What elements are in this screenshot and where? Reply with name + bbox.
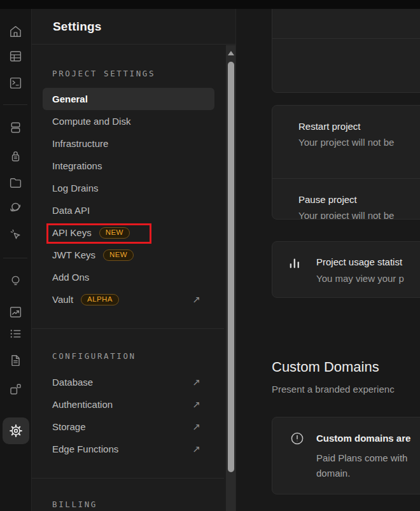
- item-badge: ALPHA: [81, 294, 119, 305]
- pause-project-row[interactable]: Pause project Your project will not be: [272, 195, 420, 220]
- sidebar-item-label: Add Ons: [52, 272, 89, 283]
- sidebar-item-label: Integrations: [52, 160, 102, 171]
- icon-rail: [0, 9, 32, 511]
- alert-circle-icon: [290, 431, 305, 449]
- scrollbar-up-arrow-icon[interactable]: [228, 51, 234, 55]
- external-link-icon: ↗: [192, 294, 200, 305]
- edge-functions-icon[interactable]: [8, 199, 24, 215]
- sidebar-item-log-drains[interactable]: Log Drains: [43, 177, 214, 199]
- custom-domains-notice-card: Custom domains are Paid Plans come with …: [272, 417, 420, 494]
- integrations-icon[interactable]: [8, 381, 24, 397]
- notice-title: Custom domains are: [316, 433, 420, 444]
- app-window: Settings PROJECT SETTINGS General Comput…: [0, 0, 420, 511]
- external-link-icon: ↗: [192, 444, 200, 455]
- custom-domains-description: Present a branded experienc: [272, 384, 395, 395]
- section-list: Database ↗ Authentication ↗ Storage ↗ Ed…: [32, 371, 226, 460]
- authentication-icon[interactable]: [8, 148, 24, 164]
- section-project-settings: PROJECT SETTINGS General Compute and Dis…: [32, 69, 226, 311]
- sidebar-item-storage[interactable]: Storage ↗: [43, 416, 214, 438]
- advisors-icon[interactable]: [8, 272, 24, 289]
- settings-sidebar: Settings PROJECT SETTINGS General Comput…: [32, 9, 236, 511]
- section-heading: BILLING: [52, 500, 226, 510]
- pause-project-desc: Your project will not be: [298, 211, 420, 220]
- sidebar-item-jwt-keys[interactable]: JWT Keys NEW: [43, 244, 214, 266]
- sidebar-item-data-api[interactable]: Data API: [43, 199, 214, 221]
- section-heading: CONFIGURATION: [52, 351, 226, 361]
- page-title: Settings: [53, 20, 102, 34]
- sidebar-item-label: Data API: [52, 205, 90, 216]
- section-heading: PROJECT SETTINGS: [52, 69, 226, 79]
- section-billing: BILLING: [32, 500, 226, 510]
- sidebar-item-integrations[interactable]: Integrations: [43, 155, 214, 177]
- sidebar-item-add-ons[interactable]: Add Ons: [43, 266, 214, 288]
- sidebar-item-authentication[interactable]: Authentication ↗: [43, 393, 214, 416]
- restart-project-desc: Your project will not be: [298, 137, 420, 148]
- sidebar-divider: [32, 328, 224, 329]
- section-configuration: CONFIGURATION Database ↗ Authentication …: [32, 351, 226, 460]
- external-link-icon: ↗: [192, 377, 200, 388]
- sidebar-item-label: Authentication: [52, 399, 113, 410]
- scrollbar-thumb[interactable]: [228, 62, 234, 472]
- external-link-icon: ↗: [192, 399, 200, 410]
- sidebar-divider: [32, 478, 224, 479]
- top-bar: [0, 0, 420, 9]
- item-badge: NEW: [103, 249, 134, 261]
- sidebar-item-label: API Keys: [52, 227, 92, 238]
- sidebar-item-vault[interactable]: Vault ALPHA ↗: [43, 288, 214, 311]
- usage-desc: You may view your p: [316, 274, 420, 284]
- restart-project-title: Restart project: [298, 122, 420, 132]
- sql-editor-icon[interactable]: [8, 74, 24, 91]
- rail-divider: [3, 104, 27, 105]
- sidebar-item-label: Storage: [52, 421, 86, 432]
- sidebar-item-api-keys[interactable]: API Keys NEW: [43, 221, 214, 244]
- rail-divider: [3, 258, 27, 258]
- usage-title: Project usage statist: [316, 257, 420, 267]
- logs-icon[interactable]: [8, 325, 24, 342]
- sidebar-item-database[interactable]: Database ↗: [43, 371, 214, 393]
- database-icon[interactable]: [8, 119, 24, 136]
- usage-statistics-panel[interactable]: Project usage statist You may view your …: [272, 241, 420, 298]
- notice-desc-line1: Paid Plans come with: [316, 451, 420, 466]
- table-editor-icon[interactable]: [8, 48, 24, 64]
- panel-partial-top: [272, 9, 420, 93]
- sidebar-item-label: Log Drains: [52, 183, 99, 193]
- sidebar-item-label: General: [52, 94, 88, 104]
- sidebar-item-compute-and-disk[interactable]: Compute and Disk: [43, 110, 214, 132]
- sidebar-item-label: Vault: [52, 294, 73, 305]
- storage-icon[interactable]: [8, 174, 24, 190]
- section-list: General Compute and Disk Infrastructure …: [32, 88, 226, 311]
- rail-item-project-settings[interactable]: [3, 417, 29, 444]
- sidebar-item-label: Infrastructure: [52, 138, 108, 149]
- custom-domains-heading: Custom Domains: [272, 358, 379, 376]
- home-icon[interactable]: [8, 23, 24, 39]
- item-badge: NEW: [99, 227, 130, 239]
- panel-divider: [272, 178, 420, 179]
- sidebar-header: Settings: [32, 9, 235, 45]
- bar-chart-icon: [288, 255, 302, 273]
- realtime-icon[interactable]: [8, 226, 24, 242]
- reports-icon[interactable]: [8, 304, 24, 320]
- sidebar-scrollbar[interactable]: [226, 45, 235, 511]
- sidebar-item-label: Compute and Disk: [52, 116, 130, 127]
- pause-project-title: Pause project: [298, 195, 420, 205]
- sidebar-item-general[interactable]: General: [43, 88, 214, 110]
- sidebar-scroll-area: PROJECT SETTINGS General Compute and Dis…: [32, 45, 226, 511]
- main-content: Restart project Your project will not be…: [236, 9, 420, 511]
- external-link-icon: ↗: [192, 421, 200, 433]
- sidebar-item-edge-functions[interactable]: Edge Functions ↗: [43, 438, 214, 460]
- project-controls-panel: Restart project Your project will not be…: [272, 105, 420, 220]
- panel-divider: [272, 38, 420, 39]
- notice-desc-line2: domain.: [316, 466, 420, 481]
- sidebar-item-infrastructure[interactable]: Infrastructure: [43, 132, 214, 155]
- sidebar-item-label: Edge Functions: [52, 444, 118, 454]
- panel-section: [272, 9, 420, 38]
- api-docs-icon[interactable]: [8, 352, 24, 368]
- notice-description: Paid Plans come with domain.: [316, 451, 420, 481]
- sidebar-item-label: Database: [52, 377, 93, 388]
- gear-icon: [8, 423, 24, 438]
- sidebar-item-label: JWT Keys: [52, 249, 95, 260]
- restart-project-row[interactable]: Restart project Your project will not be: [272, 122, 420, 178]
